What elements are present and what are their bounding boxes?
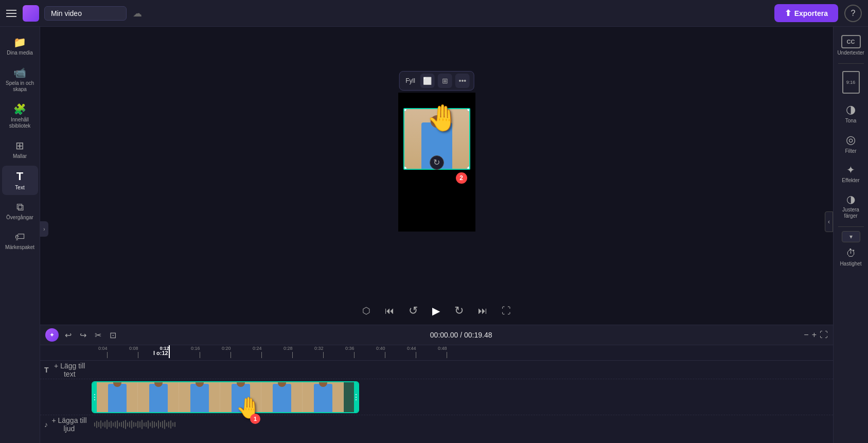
sidebar-item-speed[interactable]: ⏱ Hastighet	[835, 243, 867, 271]
transitions-icon: ⧉	[16, 201, 24, 213]
more-button[interactable]: •••	[455, 74, 470, 88]
undo-icon: ↩	[65, 331, 72, 340]
fit-timeline-button[interactable]: ⛶	[820, 330, 828, 340]
upload-icon: ⬆	[785, 8, 791, 18]
copy-button[interactable]: ⊡	[108, 329, 118, 341]
clip-right-handle[interactable]	[354, 382, 358, 412]
timeline-toolbar: ✦ ↩ ↪ ✂ ⊡ 00:00.00 / 00:19.48 −	[40, 325, 833, 345]
person-thumbnail	[149, 384, 168, 412]
help-button[interactable]: ?	[844, 5, 862, 22]
cut-button[interactable]: ✂	[93, 329, 103, 341]
playback-controls: ⬡ ⏮ ↺ ▶ ↻ ⏭ ⛶	[40, 297, 833, 325]
preview-badge: 2	[456, 172, 467, 184]
ruler-tick	[138, 352, 138, 358]
sidebar-item-label: Övergångar	[6, 215, 33, 221]
timecode-display: 00:00.00 / 00:19.48	[122, 331, 800, 339]
magic-button[interactable]: ✦	[45, 328, 59, 342]
ruler-label: 0:04	[98, 346, 108, 351]
sidebar-item-text[interactable]: T Text	[2, 166, 38, 195]
menu-button[interactable]	[6, 10, 16, 17]
filter-icon: ◎	[846, 133, 856, 147]
sidebar-item-transitions[interactable]: ⧉ Övergångar	[2, 197, 38, 225]
sidebar-item-filter[interactable]: ◎ Filter	[835, 129, 867, 158]
resize-handle-br[interactable]	[467, 166, 470, 170]
zoom-in-icon: +	[812, 330, 817, 339]
sidebar-item-label: Dina media	[7, 50, 33, 56]
skip-forward-button[interactable]: ⏭	[476, 304, 489, 318]
zoom-out-button[interactable]: −	[804, 330, 808, 340]
timeline-ruler[interactable]: 0:04 0:08 0:12 0:16	[40, 345, 833, 361]
captions-button[interactable]: ⬡	[360, 303, 373, 318]
ruler-label: 0:16	[191, 346, 200, 351]
captions-icon: ⬡	[362, 306, 370, 316]
ruler-tick	[323, 352, 324, 358]
clip-thumbnail	[303, 382, 344, 412]
effects-icon: ✦	[846, 164, 855, 176]
sidebar-item-templates[interactable]: ⊞ Mallar	[2, 135, 38, 164]
play-icon: ▶	[432, 305, 440, 316]
sidebar-item-media[interactable]: 📁 Dina media	[2, 32, 38, 60]
audio-track-row: ♪ + Lägga till ljud	[40, 415, 833, 434]
resize-handle-tl[interactable]	[403, 108, 407, 112]
magic-icon: ✦	[49, 331, 55, 339]
dropdown-icon: ▾	[849, 233, 853, 240]
resize-handle-bl[interactable]	[403, 166, 407, 170]
collapse-right-panel-button[interactable]: ‹	[825, 211, 833, 232]
redo-button[interactable]: ↪	[78, 329, 88, 341]
skip-back-icon: ⏮	[385, 306, 394, 316]
rotate-handle[interactable]: ↻	[430, 155, 444, 170]
add-audio-button[interactable]: + Lägga till ljud	[51, 416, 87, 433]
templates-icon: ⊞	[15, 139, 24, 152]
current-time-label: I o:12	[153, 350, 168, 356]
subtitles-label: Undertexter	[837, 50, 864, 56]
ruler-track: 0:04 0:08 0:12 0:16	[92, 345, 833, 358]
undo-button[interactable]: ↩	[63, 329, 74, 341]
forward-icon: ↻	[454, 304, 464, 317]
sidebar-item-brand[interactable]: 🏷 Märkespaket	[2, 227, 38, 255]
person-thumbnail	[273, 384, 291, 412]
timeline-video-clip[interactable]	[92, 381, 359, 413]
copy-icon: ⊡	[110, 331, 116, 340]
ruler-tick	[447, 352, 447, 358]
video-preview[interactable]: Fyll ⬜ ⊞ •••	[398, 93, 475, 232]
right-sidebar: CC Undertexter 9:16 ◑ Tona ◎ Filter ✦ Ef…	[833, 27, 868, 443]
skip-back-button[interactable]: ⏮	[383, 304, 396, 318]
cc-icon: CC	[841, 35, 861, 48]
sidebar-item-subtitles[interactable]: CC Undertexter	[835, 31, 867, 60]
clip-thumbnail	[261, 382, 303, 412]
zoom-in-button[interactable]: +	[812, 330, 817, 340]
right-divider	[838, 63, 864, 64]
sidebar-item-effects[interactable]: ✦ Effekter	[835, 160, 867, 188]
crop-icon: ⬜	[423, 77, 432, 85]
sidebar-collapse-button[interactable]: ›	[40, 221, 48, 237]
forward-button[interactable]: ↻	[452, 302, 466, 320]
fullscreen-button[interactable]: ⛶	[500, 304, 513, 318]
sidebar-item-adjust[interactable]: ◑ Justera färger	[835, 189, 867, 223]
ruler-label: 0:08	[129, 346, 138, 351]
clip-left-handle[interactable]	[93, 382, 97, 412]
rewind-button[interactable]: ↺	[406, 302, 420, 320]
sidebar-item-aspect-ratio[interactable]: 9:16	[835, 67, 867, 98]
record-icon: 📹	[13, 66, 26, 79]
export-button[interactable]: ⬆ Exportera	[774, 4, 838, 22]
sidebar-item-label: Mallar	[13, 153, 27, 160]
sidebar-item-content[interactable]: 🧩 Innehåll sbibliotek	[2, 99, 38, 133]
sidebar-item-tone[interactable]: ◑ Tona	[835, 99, 867, 128]
fit-icon: ⊞	[442, 77, 448, 85]
play-button[interactable]: ▶	[430, 303, 442, 319]
speed-label: Hastighet	[840, 261, 861, 267]
fit-button[interactable]: ⊞	[438, 74, 452, 88]
add-text-button[interactable]: + Lägg till text	[52, 362, 87, 378]
project-title-input[interactable]	[44, 6, 127, 21]
tone-label: Tona	[845, 118, 857, 124]
resize-handle-tr[interactable]	[467, 108, 470, 112]
audio-track-label: ♪ + Lägga till ljud	[40, 416, 92, 433]
sidebar-item-record[interactable]: 📹 Spela in och skapa	[2, 62, 38, 97]
ruler-tick	[107, 352, 108, 358]
timeline-tracks: T + Lägg till text	[40, 361, 833, 443]
filter-label: Filter	[845, 148, 856, 154]
playhead[interactable]	[169, 345, 170, 358]
ruler-tick	[292, 352, 293, 358]
right-panel-dropdown-button[interactable]: ▾	[842, 231, 860, 242]
crop-button[interactable]: ⬜	[420, 74, 435, 88]
